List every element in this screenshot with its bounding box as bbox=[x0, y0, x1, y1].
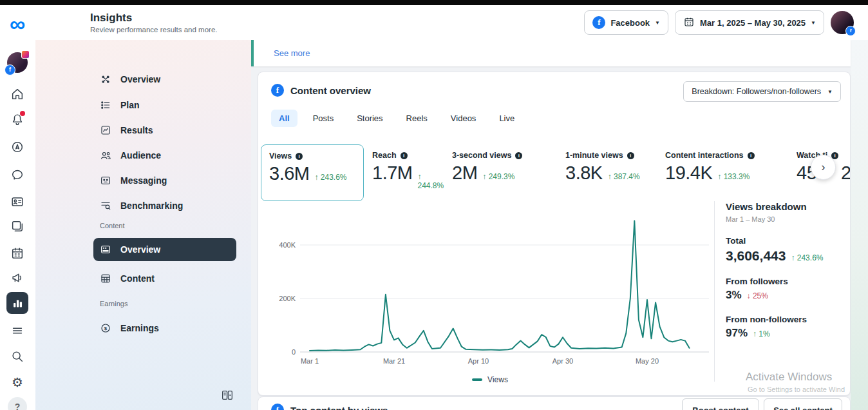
calendar-icon bbox=[683, 16, 695, 30]
sidebar-item-plan[interactable]: Plan bbox=[93, 94, 236, 116]
search-icon bbox=[10, 349, 24, 364]
bar-chart-icon bbox=[10, 296, 24, 310]
question-mark-icon: ? bbox=[8, 397, 27, 410]
page-title-block: Insights Review performance results and … bbox=[90, 12, 218, 34]
chat-bubble-icon bbox=[10, 168, 24, 182]
metric-label: 1-minute views bbox=[565, 151, 623, 160]
info-icon[interactable]: i bbox=[627, 152, 634, 159]
metric-card-views[interactable]: Viewsi 3.6M↑ 243.6% bbox=[261, 144, 364, 201]
info-icon[interactable]: i bbox=[748, 152, 755, 159]
breakdown-label: From non-followers bbox=[726, 315, 845, 324]
svg-text:May 20: May 20 bbox=[636, 357, 659, 365]
messaging-card-icon bbox=[100, 175, 111, 186]
svg-text:0: 0 bbox=[292, 348, 296, 356]
menu-lines-icon bbox=[10, 324, 24, 338]
content-rail-button[interactable] bbox=[6, 215, 28, 237]
svg-text:Mar 1: Mar 1 bbox=[301, 357, 319, 365]
tab-reels[interactable]: Reels bbox=[399, 110, 435, 127]
see-more-link[interactable]: See more bbox=[274, 48, 310, 58]
views-chart: 0200K400KMar 1Mar 21Apr 10Apr 30May 20 bbox=[265, 198, 715, 371]
table-grid-icon bbox=[100, 273, 111, 284]
all-tools-button[interactable] bbox=[6, 320, 28, 342]
info-icon[interactable]: i bbox=[831, 152, 838, 159]
content-type-tabs: All Posts Stories Reels Videos Live bbox=[271, 110, 522, 127]
content-card-icon bbox=[100, 244, 111, 255]
breakdown-delta: ↑ 243.6% bbox=[791, 253, 823, 262]
metric-delta: ↑ 244.8% bbox=[417, 172, 449, 190]
breakdown-selector-label: Breakdown: Followers/non-followers bbox=[692, 87, 821, 96]
breakdown-row-followers: From followers 3% ↓ 25% bbox=[726, 277, 845, 302]
metric-card-1-minute-views[interactable]: 1-minute viewsi 3.8K↑ 387.4% bbox=[565, 144, 659, 200]
sidebar-item-messaging[interactable]: Messaging bbox=[93, 170, 236, 191]
tab-stories[interactable]: Stories bbox=[349, 110, 390, 127]
meta-logo-icon[interactable]: ∞ bbox=[4, 14, 31, 36]
date-range-dropdown[interactable]: Mar 1, 2025 – May 30, 2025 ▼ bbox=[675, 10, 824, 35]
breakdown-value: 3% bbox=[726, 289, 742, 302]
boost-content-button[interactable]: Boost content bbox=[682, 398, 759, 410]
chart-legend: Views bbox=[445, 375, 535, 384]
sidebar-item-results[interactable]: Results bbox=[93, 119, 236, 141]
ads-manager-button[interactable] bbox=[6, 267, 28, 289]
left-icon-rail: ∞ f bbox=[0, 5, 35, 410]
sidebar-item-label: Plan bbox=[120, 100, 140, 110]
business-profile-button[interactable]: f bbox=[6, 52, 28, 73]
metric-card-reach[interactable]: Reachi 1.7M↑ 244.8% bbox=[372, 144, 449, 200]
insights-sidebar: Overview Plan Results Audience Messaging… bbox=[35, 40, 251, 410]
user-avatar[interactable]: f bbox=[831, 11, 854, 34]
activate-windows-watermark: Activate Windows bbox=[746, 371, 832, 384]
views-breakdown-panel: Views breakdown Mar 1 – May 30 Total 3,6… bbox=[726, 201, 845, 340]
sidebar-item-label: Earnings bbox=[120, 323, 159, 333]
sidebar-item-content-overview-active[interactable]: Overview bbox=[93, 238, 236, 261]
inbox-button[interactable] bbox=[6, 164, 28, 186]
tab-live[interactable]: Live bbox=[491, 110, 522, 127]
sidebar-item-earnings[interactable]: $ Earnings bbox=[93, 317, 236, 339]
planner-button[interactable] bbox=[6, 242, 28, 264]
top-content-card: f Top content by views Boost content See… bbox=[258, 396, 851, 410]
sidebar-item-audience[interactable]: Audience bbox=[93, 144, 236, 166]
breakdown-selector-dropdown[interactable]: Breakdown: Followers/non-followers ▼ bbox=[683, 81, 841, 102]
see-more-card: See more bbox=[251, 40, 851, 66]
benchmark-search-icon bbox=[100, 200, 111, 211]
tab-all[interactable]: All bbox=[271, 110, 297, 127]
leads-button[interactable] bbox=[6, 191, 28, 213]
search-button[interactable] bbox=[6, 346, 28, 367]
help-button[interactable]: ? bbox=[6, 396, 28, 410]
platform-selector-dropdown[interactable]: f Facebook ▼ bbox=[584, 10, 668, 35]
page-title: Insights bbox=[90, 12, 218, 24]
facebook-badge-icon: f bbox=[5, 64, 15, 75]
ads-button[interactable] bbox=[6, 136, 28, 158]
breakdown-label: From followers bbox=[726, 277, 845, 286]
metric-card-content-interactions[interactable]: Content interactionsi 19.4K↑ 133.3% bbox=[665, 144, 788, 200]
metric-card-3-second-views[interactable]: 3-second viewsi 2M↑ 249.3% bbox=[452, 144, 558, 200]
sidebar-item-overview[interactable]: Overview bbox=[93, 68, 236, 90]
date-range-label: Mar 1, 2025 – May 30, 2025 bbox=[700, 18, 806, 28]
svg-text:Apr 30: Apr 30 bbox=[552, 357, 573, 365]
home-button[interactable] bbox=[6, 83, 28, 105]
tab-videos[interactable]: Videos bbox=[443, 110, 484, 127]
sidebar-item-content[interactable]: Content bbox=[93, 268, 236, 289]
views-legend-swatch bbox=[472, 378, 482, 381]
metric-delta: ↑ 387.4% bbox=[608, 172, 640, 181]
metrics-next-button[interactable]: › bbox=[811, 155, 836, 180]
info-icon[interactable]: i bbox=[515, 152, 522, 159]
notifications-button[interactable] bbox=[6, 108, 28, 130]
sidebar-collapse-button[interactable] bbox=[218, 386, 237, 405]
top-content-title: Top content by views bbox=[290, 405, 388, 410]
sidebar-section-earnings: Earnings bbox=[100, 300, 127, 308]
info-icon[interactable]: i bbox=[296, 153, 303, 160]
metric-value: 3.6M bbox=[269, 163, 309, 184]
breakdown-row-nonfollowers: From non-followers 97% ↑ 1% bbox=[726, 315, 845, 340]
hub-icon bbox=[100, 73, 111, 85]
svg-text:200K: 200K bbox=[279, 295, 296, 302]
views-breakdown-daterange: Mar 1 – May 30 bbox=[726, 215, 845, 223]
metric-value: 1.7M bbox=[372, 162, 412, 184]
breakdown-delta: ↓ 25% bbox=[747, 291, 768, 300]
insights-button-active[interactable] bbox=[6, 292, 28, 314]
tab-posts[interactable]: Posts bbox=[305, 110, 342, 127]
see-all-content-button[interactable]: See all content bbox=[764, 398, 842, 410]
settings-button[interactable]: ⚙ bbox=[6, 371, 28, 393]
info-icon[interactable]: i bbox=[401, 152, 408, 159]
sidebar-item-benchmarking[interactable]: Benchmarking bbox=[93, 195, 236, 217]
facebook-badge-icon: f bbox=[845, 26, 856, 36]
metric-value: 2M bbox=[452, 162, 477, 184]
